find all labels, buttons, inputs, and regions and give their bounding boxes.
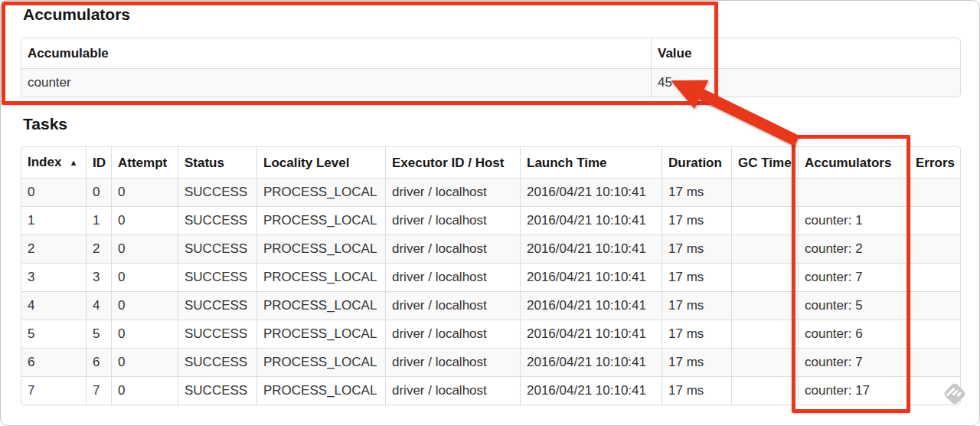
cell-accumulators: counter: 7 <box>798 348 909 376</box>
accumulators-heading: Accumulators <box>23 5 130 25</box>
cell-executor-id-host: driver / localhost <box>385 263 520 291</box>
col-header-id[interactable]: ID <box>86 147 111 178</box>
cell-index: 1 <box>21 206 86 234</box>
cell-status: SUCCESS <box>178 348 256 376</box>
cell-errors <box>909 178 960 206</box>
cell-executor-id-host: driver / localhost <box>385 206 520 234</box>
cell-executor-id-host: driver / localhost <box>385 320 520 348</box>
tasks-table: Index▲IDAttemptStatusLocality LevelExecu… <box>21 146 961 405</box>
tasks-table-grid: Index▲IDAttemptStatusLocality LevelExecu… <box>21 147 960 405</box>
tasks-heading: Tasks <box>23 114 67 134</box>
cell-duration: 17 ms <box>662 178 731 206</box>
cell-gc-time <box>731 320 798 348</box>
col-header-attempt[interactable]: Attempt <box>111 147 178 178</box>
cell-status: SUCCESS <box>178 291 256 320</box>
cell-index: 3 <box>21 263 86 291</box>
cell-launch-time: 2016/04/21 10:10:41 <box>520 348 662 376</box>
col-header-gc-time[interactable]: GC Time <box>731 147 798 178</box>
cell-locality-level: PROCESS_LOCAL <box>256 320 385 348</box>
col-header-duration[interactable]: Duration <box>662 147 731 178</box>
col-header-accumulators[interactable]: Accumulators <box>798 147 909 178</box>
cell-accumulable: counter <box>21 68 651 97</box>
cell-gc-time <box>731 376 798 405</box>
cell-attempt: 0 <box>111 206 178 234</box>
col-header-status[interactable]: Status <box>178 147 256 178</box>
cell-gc-time <box>731 234 798 263</box>
cell-duration: 17 ms <box>662 376 731 405</box>
accumulators-table: AccumulableValuecounter45 <box>21 38 961 97</box>
cell-attempt: 0 <box>111 234 178 263</box>
cell-locality-level: PROCESS_LOCAL <box>256 376 385 405</box>
cell-duration: 17 ms <box>662 291 731 320</box>
col-header-launch-time[interactable]: Launch Time <box>520 147 662 178</box>
cell-launch-time: 2016/04/21 10:10:41 <box>520 263 662 291</box>
header-row: Index▲IDAttemptStatusLocality LevelExecu… <box>21 147 960 178</box>
col-header-executor-id-host[interactable]: Executor ID / Host <box>385 147 520 178</box>
cell-attempt: 0 <box>111 178 178 206</box>
cell-status: SUCCESS <box>178 178 256 206</box>
cell-id: 1 <box>86 206 111 234</box>
cell-errors <box>909 320 960 348</box>
cell-duration: 17 ms <box>662 320 731 348</box>
cell-gc-time <box>731 348 798 376</box>
cell-value: 45 <box>651 68 960 97</box>
cell-attempt: 0 <box>111 376 178 405</box>
cell-id: 4 <box>86 291 111 320</box>
cell-index: 7 <box>21 376 86 405</box>
cell-accumulators <box>798 178 909 206</box>
cell-id: 2 <box>86 234 111 263</box>
cell-executor-id-host: driver / localhost <box>385 348 520 376</box>
cell-errors <box>909 234 960 263</box>
cell-status: SUCCESS <box>178 234 256 263</box>
cell-status: SUCCESS <box>178 320 256 348</box>
table-row: 000SUCCESSPROCESS_LOCALdriver / localhos… <box>21 178 960 206</box>
table-row: 330SUCCESSPROCESS_LOCALdriver / localhos… <box>21 263 960 291</box>
cell-gc-time <box>731 206 798 234</box>
cell-locality-level: PROCESS_LOCAL <box>256 263 385 291</box>
cell-gc-time <box>731 178 798 206</box>
cell-locality-level: PROCESS_LOCAL <box>256 234 385 263</box>
cell-executor-id-host: driver / localhost <box>385 178 520 206</box>
cell-attempt: 0 <box>111 291 178 320</box>
cell-errors <box>909 263 960 291</box>
cell-id: 7 <box>86 376 111 405</box>
cell-launch-time: 2016/04/21 10:10:41 <box>520 206 662 234</box>
cell-launch-time: 2016/04/21 10:10:41 <box>520 178 662 206</box>
col-header-locality-level[interactable]: Locality Level <box>256 147 385 178</box>
cell-id: 0 <box>86 178 111 206</box>
cell-errors <box>909 348 960 376</box>
sort-ascending-icon: ▲ <box>69 158 77 167</box>
table-row: 440SUCCESSPROCESS_LOCALdriver / localhos… <box>21 291 960 320</box>
cell-locality-level: PROCESS_LOCAL <box>256 348 385 376</box>
cell-accumulators: counter: 1 <box>798 206 909 234</box>
cell-accumulators: counter: 7 <box>798 263 909 291</box>
header-row: AccumulableValue <box>21 38 960 68</box>
cell-attempt: 0 <box>111 263 178 291</box>
cell-status: SUCCESS <box>178 263 256 291</box>
cell-launch-time: 2016/04/21 10:10:41 <box>520 376 662 405</box>
cell-attempt: 0 <box>111 320 178 348</box>
cell-locality-level: PROCESS_LOCAL <box>256 206 385 234</box>
accumulators-table-grid: AccumulableValuecounter45 <box>21 38 960 97</box>
cell-executor-id-host: driver / localhost <box>385 234 520 263</box>
col-header-errors[interactable]: Errors <box>909 147 960 178</box>
cell-errors <box>909 376 960 405</box>
cell-accumulators: counter: 17 <box>798 376 909 405</box>
cell-id: 3 <box>86 263 111 291</box>
cell-gc-time <box>731 291 798 320</box>
cell-index: 2 <box>21 234 86 263</box>
cell-launch-time: 2016/04/21 10:10:41 <box>520 234 662 263</box>
cell-index: 6 <box>21 348 86 376</box>
cell-locality-level: PROCESS_LOCAL <box>256 291 385 320</box>
col-header-index[interactable]: Index▲ <box>21 147 86 178</box>
cell-index: 0 <box>21 178 86 206</box>
table-row: 220SUCCESSPROCESS_LOCALdriver / localhos… <box>21 234 960 263</box>
col-header-value: Value <box>651 38 960 68</box>
cell-id: 6 <box>86 348 111 376</box>
cell-launch-time: 2016/04/21 10:10:41 <box>520 320 662 348</box>
cell-accumulators: counter: 5 <box>798 291 909 320</box>
table-row: 770SUCCESSPROCESS_LOCALdriver / localhos… <box>21 376 960 405</box>
cell-launch-time: 2016/04/21 10:10:41 <box>520 291 662 320</box>
table-row: counter45 <box>21 68 960 97</box>
table-row: 110SUCCESSPROCESS_LOCALdriver / localhos… <box>21 206 960 234</box>
